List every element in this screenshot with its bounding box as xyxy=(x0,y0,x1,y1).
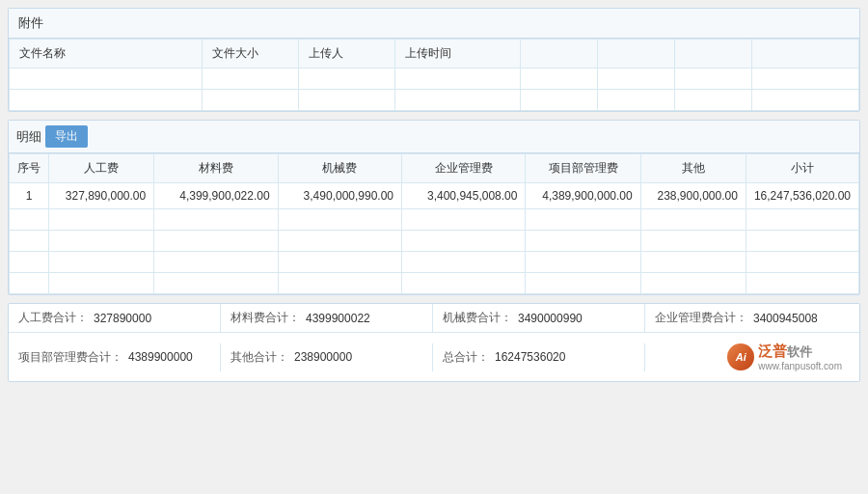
export-button[interactable]: 导出 xyxy=(45,125,88,148)
total-summary-label: 总合计： xyxy=(443,349,489,366)
col-enterprise-mgmt: 企业管理费 xyxy=(402,154,526,183)
attachment-col-filename: 文件名称 xyxy=(10,40,203,69)
enterprise-mgmt-summary-label: 企业管理费合计： xyxy=(655,310,747,326)
attachment-col-filesize: 文件大小 xyxy=(203,40,299,69)
detail-section-title: 明细 xyxy=(16,128,41,146)
detail-toolbar: 明细 导出 xyxy=(9,121,859,153)
material-summary-label: 材料费合计： xyxy=(231,310,300,326)
mechanical-summary-label: 机械费合计： xyxy=(443,310,512,326)
col-others: 其他 xyxy=(640,154,746,183)
labor-summary-label: 人工费合计： xyxy=(18,310,88,326)
cell-project-mgmt-1: 4,389,900,000.00 xyxy=(526,183,640,209)
col-labor: 人工费 xyxy=(49,154,154,183)
others-summary-label: 其他合计： xyxy=(231,349,288,366)
logo-cell: Ai 泛普软件 www.fanpusoft.com xyxy=(645,333,859,381)
attachment-empty-row2 xyxy=(10,90,859,111)
page-container: 附件 文件名称 文件大小 上传人 上传时间 xyxy=(0,0,868,494)
cell-enterprise-mgmt-1: 3,400,945,008.00 xyxy=(402,183,526,209)
project-mgmt-summary-label: 项目部管理费合计： xyxy=(18,349,122,366)
summary-row-2: 项目部管理费合计： 4389900000 其他合计： 238900000 总合计… xyxy=(9,333,859,381)
detail-empty-2 xyxy=(10,231,859,252)
col-index: 序号 xyxy=(10,154,49,183)
logo-icon-text: Ai xyxy=(736,351,746,363)
cell-labor-1: 327,890,000.00 xyxy=(49,183,154,209)
detail-empty-1 xyxy=(10,209,859,231)
attachment-col-extra2 xyxy=(598,40,675,69)
attachment-col-uploader: 上传人 xyxy=(299,40,395,69)
logo-brand-name: 泛普软件 xyxy=(758,343,812,361)
summary-section: 人工费合计： 327890000 材料费合计： 4399900022 机械费合计… xyxy=(8,303,860,382)
col-mechanical: 机械费 xyxy=(278,154,401,183)
logo-text-block: 泛普软件 www.fanpusoft.com xyxy=(758,343,842,371)
labor-summary-value: 327890000 xyxy=(94,312,151,325)
logo-website: www.fanpusoft.com xyxy=(758,361,842,371)
project-mgmt-summary-value: 4389900000 xyxy=(128,350,193,364)
detail-empty-4 xyxy=(10,273,859,294)
detail-row-1: 1 327,890,000.00 4,399,900,022.00 3,490,… xyxy=(10,183,859,209)
material-summary-cell: 材料费合计： 4399900022 xyxy=(221,304,433,332)
others-summary-value: 238900000 xyxy=(294,350,352,364)
col-subtotal: 小计 xyxy=(746,154,858,183)
attachment-col-extra4 xyxy=(752,40,859,69)
cell-subtotal-1: 16,247,536,020.00 xyxy=(746,183,858,209)
labor-summary-cell: 人工费合计： 327890000 xyxy=(9,304,221,332)
mechanical-summary-cell: 机械费合计： 3490000990 xyxy=(433,304,645,332)
enterprise-mgmt-summary-value: 3400945008 xyxy=(753,312,818,325)
cell-index-1: 1 xyxy=(10,183,49,209)
attachment-empty-row xyxy=(10,69,859,90)
attachment-table: 文件名称 文件大小 上传人 上传时间 xyxy=(9,39,859,111)
cell-mechanical-1: 3,490,000,990.00 xyxy=(278,183,401,209)
material-summary-value: 4399900022 xyxy=(306,312,370,325)
detail-empty-3 xyxy=(10,252,859,273)
attachment-col-extra3 xyxy=(675,40,752,69)
total-summary-cell: 总合计： 16247536020 xyxy=(433,343,645,371)
others-summary-cell: 其他合计： 238900000 xyxy=(221,343,433,371)
attachment-col-uploadtime: 上传时间 xyxy=(395,40,521,69)
col-project-mgmt: 项目部管理费 xyxy=(526,154,640,183)
logo-area: Ai 泛普软件 www.fanpusoft.com xyxy=(719,339,850,375)
enterprise-mgmt-summary-cell: 企业管理费合计： 3400945008 xyxy=(645,304,859,332)
mechanical-summary-value: 3490000990 xyxy=(518,312,583,325)
project-mgmt-summary-cell: 项目部管理费合计： 4389900000 xyxy=(9,343,221,371)
summary-row-1: 人工费合计： 327890000 材料费合计： 4399900022 机械费合计… xyxy=(9,304,859,333)
attachment-col-extra1 xyxy=(521,40,598,69)
attachment-section-title: 附件 xyxy=(9,9,859,39)
logo-icon: Ai xyxy=(727,343,754,370)
total-summary-value: 16247536020 xyxy=(495,350,565,364)
cell-material-1: 4,399,900,022.00 xyxy=(154,183,278,209)
detail-table: 序号 人工费 材料费 机械费 企业管理费 项目部管理费 其他 小计 1 327,… xyxy=(9,153,859,294)
cell-others-1: 238,900,000.00 xyxy=(640,183,746,209)
col-material: 材料费 xyxy=(154,154,278,183)
detail-panel: 明细 导出 序号 人工费 材料费 机械费 企业管理费 项目部管理费 其他 小计 … xyxy=(8,120,860,295)
attachment-panel: 附件 文件名称 文件大小 上传人 上传时间 xyxy=(8,8,860,112)
